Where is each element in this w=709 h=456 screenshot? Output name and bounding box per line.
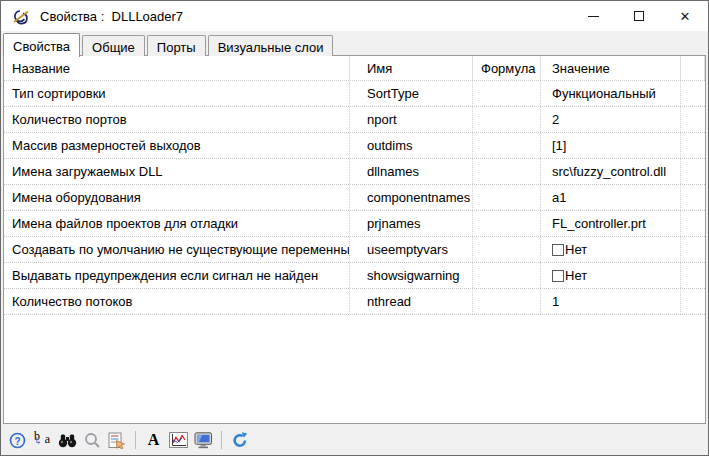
table-body: Тип сортировки SortType Функциональный К… [4, 81, 705, 315]
rename-icon: b ↳ a [33, 432, 52, 448]
property-name-cell: Тип сортировки [4, 81, 350, 106]
table-row[interactable]: Массив размерностей выходов outdims [1] [4, 133, 705, 159]
window-title: Свойства : DLLLoader7 [40, 9, 183, 24]
table-row[interactable]: Имена загружаемых DLL dllnames src\fuzzy… [4, 159, 705, 185]
zoom-magnifier-icon [84, 432, 101, 449]
property-id-cell: dllnames [350, 159, 473, 184]
pick-value-hand-icon [108, 432, 127, 449]
row-spacer [681, 237, 705, 262]
property-formula-cell[interactable] [473, 107, 541, 132]
row-spacer [681, 133, 705, 158]
screen-monitor-icon [194, 432, 213, 449]
table-row[interactable]: Создавать по умолчанию не существующие п… [4, 237, 705, 263]
toolbar-separator [221, 431, 222, 449]
tab-general[interactable]: Общие [82, 35, 145, 56]
row-spacer [681, 107, 705, 132]
property-value-cell[interactable]: Нет [541, 237, 681, 262]
pick-value-button[interactable] [108, 431, 127, 449]
property-name-cell: Количество потоков [4, 289, 350, 314]
row-spacer [681, 289, 705, 314]
property-id-cell: nthread [350, 289, 473, 314]
minimize-icon [588, 16, 599, 17]
property-formula-cell[interactable] [473, 237, 541, 262]
property-value-cell[interactable]: 1 [541, 289, 681, 314]
property-formula-cell[interactable] [473, 81, 541, 106]
help-icon: ? [9, 432, 26, 449]
header-value: Значение [541, 56, 681, 80]
help-button[interactable]: ? [8, 431, 27, 449]
property-id-cell: useemptyvars [350, 237, 473, 262]
property-id-cell: showsigwarning [350, 263, 473, 288]
tab-properties[interactable]: Свойства [3, 33, 80, 57]
table-row[interactable]: Тип сортировки SortType Функциональный [4, 81, 705, 107]
refresh-icon [231, 431, 249, 449]
rename-button[interactable]: b ↳ a [33, 431, 52, 449]
property-value-cell[interactable]: Функциональный [541, 81, 681, 106]
property-value-cell[interactable]: 2 [541, 107, 681, 132]
property-grid: Название Имя Формула Значение Тип сортир… [3, 55, 706, 424]
bottom-toolbar: ? b ↳ a [2, 426, 707, 454]
header-id: Имя [350, 56, 473, 80]
property-value-text: [1] [552, 138, 566, 153]
refresh-button[interactable] [230, 431, 249, 449]
svg-text:?: ? [14, 435, 20, 446]
maximize-icon [634, 11, 644, 21]
property-value-text: Функциональный [552, 86, 656, 101]
row-spacer [681, 211, 705, 236]
minimize-button[interactable] [570, 1, 616, 31]
row-spacer [681, 81, 705, 106]
font-button[interactable]: A [144, 431, 163, 449]
table-row[interactable]: Количество портов nport 2 [4, 107, 705, 133]
header-formula: Формула [473, 56, 541, 80]
property-formula-cell[interactable] [473, 263, 541, 288]
property-name-cell: Массив размерностей выходов [4, 133, 350, 158]
graph-button[interactable] [169, 431, 188, 449]
property-id-cell: outdims [350, 133, 473, 158]
find-button[interactable] [58, 431, 77, 449]
table-row[interactable]: Имена оборудования componentnames a1 [4, 185, 705, 211]
zoom-button[interactable] [83, 431, 102, 449]
table-row[interactable]: Имена файлов проектов для отладки prjnam… [4, 211, 705, 237]
property-formula-cell[interactable] [473, 133, 541, 158]
property-name-cell: Создавать по умолчанию не существующие п… [4, 237, 350, 262]
checkbox-unchecked-icon[interactable] [552, 270, 564, 282]
property-id-cell: SortType [350, 81, 473, 106]
property-value-cell[interactable]: [1] [541, 133, 681, 158]
title-bar: Свойства : DLLLoader7 ✕ [1, 1, 708, 31]
property-formula-cell[interactable] [473, 289, 541, 314]
property-name-cell: Имена файлов проектов для отладки [4, 211, 350, 236]
row-spacer [681, 159, 705, 184]
app-logo-swirl-icon [10, 8, 32, 25]
property-name-cell: Имена загружаемых DLL [4, 159, 350, 184]
property-value-cell[interactable]: src\fuzzy_control.dll [541, 159, 681, 184]
find-binoculars-icon [58, 433, 77, 448]
property-value-text: FL_controller.prt [552, 216, 646, 231]
table-row[interactable]: Количество потоков nthread 1 [4, 289, 705, 315]
property-formula-cell[interactable] [473, 185, 541, 210]
tab-ports[interactable]: Порты [147, 35, 206, 56]
property-value-cell[interactable]: a1 [541, 185, 681, 210]
property-value-text: Нет [565, 242, 587, 257]
table-header-row: Название Имя Формула Значение [4, 56, 705, 81]
property-name-cell: Выдавать предупреждения если сигнал не н… [4, 263, 350, 288]
tab-visual-layers[interactable]: Визуальные слои [208, 35, 334, 56]
property-name-cell: Количество портов [4, 107, 350, 132]
checkbox-unchecked-icon[interactable] [552, 244, 564, 256]
property-value-cell[interactable]: Нет [541, 263, 681, 288]
property-value-cell[interactable]: FL_controller.prt [541, 211, 681, 236]
close-button[interactable]: ✕ [662, 1, 708, 31]
property-formula-cell[interactable] [473, 159, 541, 184]
property-formula-cell[interactable] [473, 211, 541, 236]
header-spacer [681, 56, 705, 80]
table-row[interactable]: Выдавать предупреждения если сигнал не н… [4, 263, 705, 289]
window-controls: ✕ [570, 1, 708, 31]
property-value-text: a1 [552, 190, 566, 205]
maximize-button[interactable] [616, 1, 662, 31]
row-spacer [681, 185, 705, 210]
property-value-text: 2 [552, 112, 559, 127]
screen-button[interactable] [194, 431, 213, 449]
tab-bar: Свойства Общие Порты Визуальные слои [1, 31, 708, 56]
property-name-cell: Имена оборудования [4, 185, 350, 210]
header-name: Название [4, 56, 350, 80]
close-icon: ✕ [680, 10, 691, 23]
